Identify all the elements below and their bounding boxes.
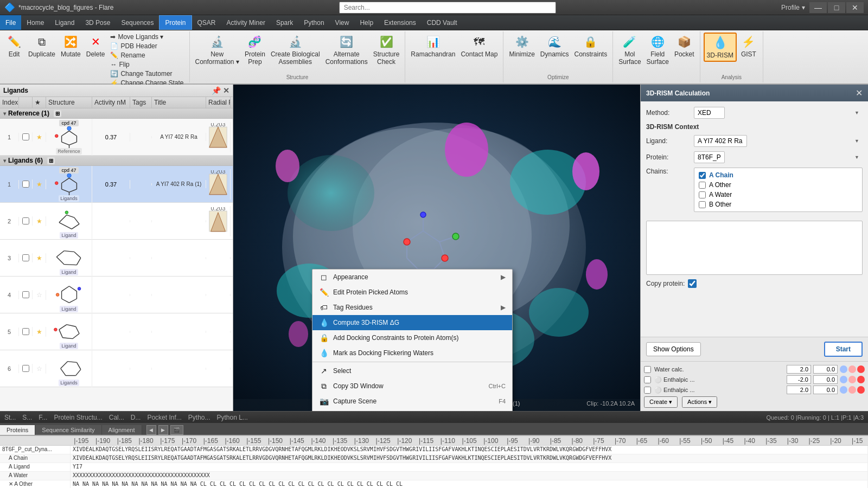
ligand-1-checkbox[interactable]: [22, 181, 29, 188]
menu-ligand[interactable]: Ligand: [49, 15, 80, 30]
ligand-5-star[interactable]: ★: [33, 327, 46, 337]
menu-extensions[interactable]: Extensions: [379, 15, 422, 30]
tab-proteins[interactable]: Proteins: [0, 425, 35, 435]
ctx-edit-protein[interactable]: ✏️ Edit Protein Picked Atoms: [312, 285, 512, 300]
search-input[interactable]: [339, 2, 556, 14]
ligand-3-check[interactable]: [19, 253, 33, 262]
rism-ext-3-close-icon[interactable]: [857, 386, 865, 394]
flip-button[interactable]: ↔ Flip: [108, 60, 186, 69]
ligand-6-checkbox[interactable]: [22, 365, 29, 372]
rism-ext-1-icon-1[interactable]: [840, 365, 847, 373]
ribbon-new-conformation-button[interactable]: 🔬 New Conformation ▾: [193, 33, 241, 67]
ctx-focus[interactable]: 🎯 Focus O: [312, 409, 512, 411]
ligand-row-1[interactable]: 1 ★ cpd 47 Liga: [0, 166, 233, 203]
ligand-2-star[interactable]: ★: [33, 216, 46, 226]
menu-activity-miner[interactable]: Activity Miner: [221, 15, 271, 30]
ctx-select[interactable]: ↗ Select: [312, 363, 512, 378]
chain-b-other-checkbox[interactable]: [699, 201, 706, 208]
ribbon-minimize-button[interactable]: ⚙️ Minimize: [507, 33, 537, 60]
ligand-4-star[interactable]: ☆: [33, 290, 46, 300]
ribbon-biological-assemblies-button[interactable]: 🔬 Create Biological Assemblies: [269, 33, 322, 67]
ligand-6-check[interactable]: [19, 364, 33, 373]
menu-spark[interactable]: Spark: [271, 15, 298, 30]
ctx-copy-3d[interactable]: ⧉ Copy 3D Window Ctrl+C: [312, 378, 512, 394]
rename-button[interactable]: ✏️ Rename: [108, 51, 186, 60]
rism-ext-2-close-icon[interactable]: [857, 376, 865, 383]
rism-ext-1-checkbox[interactable]: [644, 366, 651, 373]
panel-close-button[interactable]: ✕: [223, 86, 229, 95]
ligand-4-checkbox[interactable]: [22, 291, 29, 298]
rism-create-button[interactable]: Create ▾: [644, 396, 678, 408]
ligand-2-check[interactable]: [19, 216, 33, 226]
tab-sequence-similarity[interactable]: Sequence Similarity: [35, 425, 101, 435]
ribbon-protein-prep-button[interactable]: 🧬 Protein Prep: [242, 33, 267, 67]
rism-ext-2-val2[interactable]: [813, 375, 838, 384]
menu-python[interactable]: Python: [298, 15, 329, 30]
rism-ext-3-val1[interactable]: [787, 386, 811, 394]
profile-label[interactable]: Profile: [781, 4, 800, 11]
ribbon-mutate-button[interactable]: 🔀 Mutate: [59, 33, 83, 60]
ribbon-edit-button[interactable]: ✏️ Edit: [3, 33, 25, 60]
ligand-2-checkbox[interactable]: [22, 217, 29, 224]
ref-star[interactable]: ★: [33, 132, 46, 142]
rism-ext-2-icon-1[interactable]: [840, 376, 847, 383]
ribbon-dynamics-button[interactable]: 🌊 Dynamics: [538, 33, 571, 60]
show-options-button[interactable]: Show Options: [646, 342, 701, 356]
ligand-row-2[interactable]: 2 ★ Ligand: [0, 203, 233, 240]
tab-ctrl-3[interactable]: 🎬: [170, 425, 183, 435]
tab-ctrl-2[interactable]: ▶: [158, 425, 168, 435]
ribbon-mol-surface-button[interactable]: 🧪 Mol Surface: [616, 33, 643, 67]
ribbon-structure-check-button[interactable]: ✅ Structure Check: [371, 33, 402, 67]
ctx-capture-scene[interactable]: 📷 Capture Scene F4: [312, 394, 512, 409]
menu-home[interactable]: Home: [21, 15, 49, 30]
panel-pin-button[interactable]: 📌: [212, 86, 221, 95]
ligand-row-5[interactable]: 5 ★ Ligand: [0, 313, 233, 350]
rism-method-select[interactable]: XED AMBER: [694, 107, 725, 119]
ribbon-delete-button[interactable]: ✕ Delete: [84, 33, 107, 60]
menu-sequences[interactable]: Sequences: [116, 15, 159, 30]
maximize-button[interactable]: □: [828, 2, 845, 13]
chain-a-other-checkbox[interactable]: [699, 182, 706, 189]
change-tautomer-button[interactable]: 🔄 Change Tautomer: [108, 69, 186, 78]
menu-protein[interactable]: Protein: [159, 15, 192, 30]
rism-ext-1-val1[interactable]: [787, 365, 811, 374]
rism-close-button[interactable]: ✕: [856, 88, 863, 98]
ctx-compute-rism[interactable]: 💧 Compute 3D-RISM ΔG: [312, 315, 512, 330]
start-button[interactable]: Start: [824, 342, 863, 357]
ref-checkbox[interactable]: [22, 133, 29, 140]
ribbon-pocket-button[interactable]: 📦 Pocket: [672, 33, 697, 60]
close-button[interactable]: ✕: [846, 2, 864, 13]
rism-ext-2-val1[interactable]: [787, 375, 811, 384]
ligand-4-check[interactable]: [19, 290, 33, 299]
viewport[interactable]: ◻ Appearance ▶ ✏️ Edit Protein Picked At…: [233, 85, 640, 411]
rism-ext-3-icon-1[interactable]: [840, 386, 847, 394]
ligand-row-3[interactable]: 3 ★ Ligand: [0, 240, 233, 277]
ribbon-alternate-conformations-button[interactable]: 🔄 Alternate Conformations: [323, 33, 370, 67]
ligand-3-star[interactable]: ★: [33, 253, 46, 263]
tab-alignment[interactable]: Alignment: [102, 425, 142, 435]
ligand-row-4[interactable]: 4 ☆ Ligand: [0, 277, 233, 313]
ribbon-constraints-button[interactable]: 🔒 Constraints: [572, 33, 610, 60]
rism-ext-3-icon-2[interactable]: [848, 386, 856, 394]
ribbon-contact-map-button[interactable]: 🗺 Contact Map: [458, 33, 500, 60]
ligand-3-checkbox[interactable]: [22, 254, 29, 261]
pdb-header-button[interactable]: 📄 PDB Header: [108, 42, 186, 50]
ligand-5-checkbox[interactable]: [22, 328, 29, 335]
ribbon-3drism-button[interactable]: 💧 3D-RISM: [704, 33, 737, 62]
rism-protein-select[interactable]: 8T6F_P: [694, 151, 725, 163]
tab-ctrl-1[interactable]: ◀: [146, 425, 156, 435]
menu-view[interactable]: View: [330, 15, 355, 30]
rism-ext-1-val2[interactable]: [813, 365, 838, 374]
menu-qsar[interactable]: QSAR: [192, 15, 221, 30]
ref-check[interactable]: [19, 132, 33, 142]
ctx-tag-residues[interactable]: 🏷 Tag Residues ▶: [312, 300, 512, 315]
rism-ext-2-checkbox[interactable]: [644, 376, 651, 383]
ligand-5-check[interactable]: [19, 327, 33, 336]
ligand-row-6[interactable]: 6 ☆ Ligands: [0, 350, 233, 387]
move-ligands-button[interactable]: ➡ Move Ligands ▾: [108, 33, 186, 41]
rism-ligand-select[interactable]: A YI7 402 R Ra: [694, 135, 747, 147]
menu-file[interactable]: File: [0, 15, 21, 30]
rism-ext-2-icon-2[interactable]: [848, 376, 856, 383]
ribbon-gist-button[interactable]: ⚡ GIST: [738, 33, 760, 60]
ctx-appearance[interactable]: ◻ Appearance ▶: [312, 269, 512, 285]
